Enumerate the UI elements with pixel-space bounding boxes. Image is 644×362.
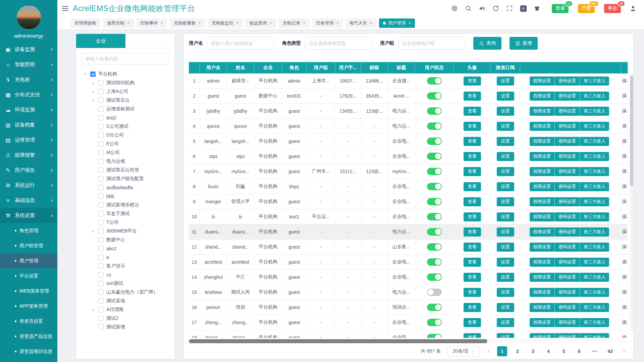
password-settings-button[interactable]: 密码设置 [554, 107, 580, 116]
page-tab[interactable]: 场景控制 × [103, 18, 134, 28]
tree-node[interactable]: 电力运维 [90, 157, 172, 166]
tree-checkbox[interactable] [98, 194, 104, 199]
push-subscribe-button[interactable]: 设置 [497, 76, 514, 86]
sidebar-submenu-item[interactable]: 用户管理 [0, 253, 57, 268]
tree-node-label[interactable]: 车盒子测试 [106, 211, 130, 217]
push-subscribe-button[interactable]: 设置 [497, 167, 514, 176]
tree-checkbox[interactable] [98, 202, 104, 208]
alarm-badge[interactable]: 普通 14 [552, 4, 569, 13]
tree-checkbox[interactable] [98, 133, 104, 138]
password-settings-button[interactable]: 密码设置 [554, 333, 580, 338]
user-status-toggle[interactable] [427, 289, 442, 296]
tree-checkbox[interactable] [98, 316, 104, 321]
tree-checkbox[interactable] [98, 89, 104, 94]
tree-node-label[interactable]: 测试用户报告配置 [106, 176, 144, 182]
add-user-button[interactable]: 新增 [509, 37, 538, 50]
tree-checkbox[interactable] [98, 167, 104, 173]
push-subscribe-button[interactable]: 设置 [497, 333, 514, 338]
sidebar-submenu-item[interactable]: 逆变器项目信息 [0, 344, 57, 359]
target-icon[interactable] [451, 5, 458, 12]
horizontal-scrollbar-thumb[interactable] [189, 339, 487, 343]
tree-checkbox[interactable] [98, 298, 104, 304]
password-settings-button[interactable]: 密码设置 [554, 273, 580, 282]
tree-checkbox[interactable] [98, 220, 104, 225]
user-status-toggle[interactable] [427, 107, 442, 115]
page-tab[interactable]: 电气火灾 × [345, 18, 376, 28]
permission-settings-button[interactable]: 权限设置 [530, 182, 554, 191]
tab-close-icon[interactable]: × [198, 20, 201, 25]
tree-node-label[interactable]: 数据中心 [106, 237, 125, 243]
page-number[interactable]: 6 [574, 346, 584, 356]
tree-node-label[interactable]: abc2 [106, 246, 116, 251]
sidebar-menu-item[interactable]: ≡ 基础信息 ∨ [0, 193, 57, 208]
password-settings-button[interactable]: 密码设置 [554, 182, 580, 191]
theme-skin-icon[interactable] [533, 5, 541, 12]
tree-node[interactable]: 山东赢伦电力（原广烨） [90, 288, 172, 297]
tab-close-icon[interactable]: × [236, 20, 239, 25]
page-tab[interactable]: 充电桩监控 × [208, 18, 243, 28]
third-party-access-button[interactable]: 第三方接入 [580, 227, 609, 237]
password-settings-button[interactable]: 密码设置 [554, 288, 580, 297]
tree-search-input[interactable] [82, 53, 169, 64]
push-subscribe-button[interactable]: 设置 [497, 197, 514, 206]
tree-expand-icon[interactable]: ▸ [90, 229, 96, 234]
tree-checkbox[interactable] [98, 141, 104, 147]
tree-checkbox[interactable] [98, 272, 104, 277]
third-party-access-button[interactable]: 第三方接入 [580, 318, 609, 327]
user-status-toggle[interactable] [427, 304, 442, 311]
tree-node-label[interactable]: 测试2 [106, 315, 118, 321]
avatar-view-button[interactable]: 查看 [464, 137, 481, 146]
tree-node[interactable]: ▸ A代理商 [90, 305, 172, 314]
password-settings-button[interactable]: 密码设置 [554, 303, 580, 312]
third-party-access-button[interactable]: 第三方接入 [580, 92, 609, 101]
sidebar-menu-item[interactable]: ☁ 环境监测 ∨ [0, 102, 57, 117]
tree-node-label[interactable]: M公司 [106, 150, 120, 156]
tree-node[interactable]: ▸ 测试组织机构 [90, 79, 172, 87]
tree-node-label[interactable]: 运维巡检测试 [106, 106, 135, 112]
alarm-badge[interactable]: 事故 26 [604, 4, 621, 13]
permission-settings-button[interactable]: 权限设置 [530, 167, 554, 176]
password-settings-button[interactable]: 密码设置 [554, 152, 580, 161]
user-status-toggle[interactable] [427, 198, 442, 205]
collapse-menu-icon[interactable] [62, 6, 68, 11]
sidebar-submenu-item[interactable]: 登录页设置 [0, 314, 57, 329]
password-settings-button[interactable]: 密码设置 [554, 122, 580, 131]
page-tab[interactable]: 管理驾驶舱 × [70, 18, 100, 28]
tree-node-label[interactable]: 电力运维 [106, 158, 125, 164]
sidebar-submenu-item[interactable]: 用户组管理 [0, 238, 57, 253]
sidebar-submenu-item[interactable]: APP菜单管理 [0, 299, 57, 314]
tab-enterprise[interactable]: 企业 [76, 34, 125, 48]
permission-settings-button[interactable]: 权限设置 [530, 76, 554, 86]
tree-node[interactable]: ▸ 上海A公司 [90, 87, 172, 96]
tree-checkbox[interactable] [90, 71, 96, 77]
tree-node-label[interactable]: T公司 [106, 219, 119, 225]
sidebar-menu-item[interactable]: ▤ 运维管理 ∨ [0, 133, 57, 148]
user-status-toggle[interactable] [427, 228, 442, 236]
permission-settings-button[interactable]: 权限设置 [530, 122, 554, 131]
third-party-access-button[interactable]: 第三方接入 [580, 288, 609, 297]
avatar-view-button[interactable]: 查看 [464, 122, 481, 131]
horizontal-scrollbar[interactable] [189, 339, 628, 343]
tree-checkbox[interactable] [98, 150, 104, 155]
tree-node[interactable]: D分公司 [90, 131, 172, 140]
push-subscribe-button[interactable]: 设置 [497, 318, 514, 327]
tab-close-icon[interactable]: × [409, 20, 411, 25]
third-party-access-button[interactable]: 第三方接入 [580, 212, 609, 221]
page-tab[interactable]: 任务管理 × [312, 18, 343, 28]
page-number[interactable]: 1 [497, 346, 507, 356]
user-status-toggle[interactable] [427, 92, 442, 100]
tree-node-label[interactable]: 平台机构 [98, 71, 117, 77]
password-settings-button[interactable]: 密码设置 [554, 76, 580, 86]
tree-expand-icon[interactable]: ▸ [90, 90, 96, 94]
tree-checkbox[interactable] [98, 80, 104, 86]
third-party-access-button[interactable]: 第三方接入 [580, 197, 609, 206]
permission-settings-button[interactable]: 权限设置 [530, 212, 554, 221]
tree-checkbox[interactable] [98, 115, 104, 120]
group-filter-input[interactable] [398, 37, 465, 50]
tree-expand-icon[interactable]: ▸ [90, 98, 96, 103]
tree-node[interactable]: bbb [90, 192, 172, 201]
user-status-toggle[interactable] [427, 273, 442, 281]
page-tab[interactable]: 用户管理 × [379, 18, 415, 28]
user-icon[interactable] [629, 5, 637, 12]
third-party-access-button[interactable]: 第三方接入 [580, 243, 609, 252]
